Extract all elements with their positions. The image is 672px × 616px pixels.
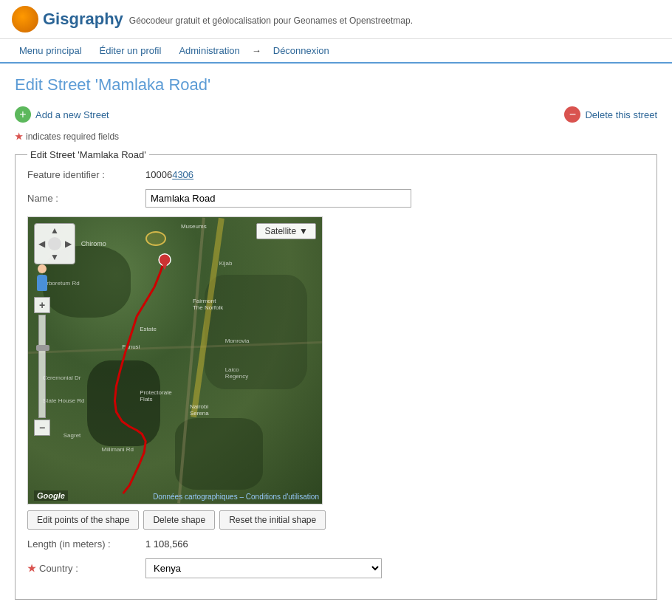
- map-type-selector[interactable]: Satellite ▼: [256, 223, 316, 239]
- map-conditions-link[interactable]: Conditions d'utilisation: [246, 493, 319, 501]
- map-label-estate: Estate: [140, 326, 157, 332]
- nav-menu-principal[interactable]: Menu principal: [12, 39, 89, 62]
- map-type-button[interactable]: Satellite ▼: [256, 223, 316, 239]
- add-icon: +: [15, 106, 31, 123]
- logo-text: Gisgraphy: [43, 10, 123, 28]
- page-title: Edit Street 'Mamlaka Road': [15, 75, 657, 95]
- map-label-monrovia: Monrovia: [225, 338, 250, 344]
- main-content: Edit Street 'Mamlaka Road' + Add a new S…: [0, 64, 672, 616]
- map-oval-highlight: [145, 231, 166, 246]
- pan-ne: [61, 224, 75, 237]
- google-logo: Google: [34, 490, 68, 501]
- country-required-star: ★: [27, 563, 36, 574]
- pegman-head: [38, 264, 47, 273]
- pegman-body: [37, 275, 47, 291]
- header: Gisgraphy Géocodeur gratuit et géolocali…: [0, 0, 672, 39]
- feature-identifier-value: 100064306: [145, 169, 193, 180]
- length-value: 1 108,566: [145, 538, 188, 550]
- edit-street-fieldset: Edit Street 'Mamlaka Road' Feature ident…: [15, 149, 657, 600]
- zoom-out-button[interactable]: −: [34, 420, 50, 436]
- delete-icon: −: [564, 106, 580, 123]
- length-row: Length (in meters) : 1 108,566: [27, 538, 645, 550]
- logo: Gisgraphy: [12, 6, 123, 32]
- country-label: ★ Country :: [27, 563, 145, 574]
- map-footer-links: Données cartographiques – Conditions d'u…: [153, 493, 319, 501]
- map-label-millimani: Millimani Rd: [102, 446, 134, 453]
- map-label-laico: LaicoRegency: [225, 366, 249, 380]
- map-label-museums: Museums: [181, 223, 207, 230]
- add-street-button[interactable]: + Add a new Street: [15, 106, 109, 123]
- delete-button-label: Delete this street: [585, 109, 657, 120]
- country-label-text: Country :: [39, 563, 78, 574]
- edit-points-button[interactable]: Edit points of the shape: [27, 510, 139, 530]
- pegman[interactable]: [34, 264, 50, 292]
- length-label: Length (in meters) :: [27, 538, 145, 550]
- name-row: Name :: [27, 189, 645, 208]
- pan-e[interactable]: ▶: [61, 237, 75, 250]
- nav-arrow: →: [250, 45, 263, 56]
- zoom-handle[interactable]: [36, 345, 49, 351]
- reset-shape-button[interactable]: Reset the initial shape: [219, 510, 326, 530]
- delete-shape-button[interactable]: Delete shape: [143, 510, 215, 530]
- map-label-kijab: Kijab: [219, 260, 233, 267]
- zoom-in-button[interactable]: +: [34, 297, 50, 313]
- feature-id-text: 10006: [145, 169, 172, 180]
- logo-icon: [12, 6, 38, 32]
- map-label-protectorate: ProtectorateFlats: [140, 389, 172, 403]
- shape-buttons-row: Edit points of the shape Delete shape Re…: [27, 510, 645, 530]
- pan-n[interactable]: ▲: [48, 224, 61, 237]
- pan-buttons: ▲ ◀ ▶ ▼: [34, 223, 75, 264]
- required-star: ★: [15, 131, 23, 142]
- map-label-sagret: Sagret: [64, 432, 81, 439]
- nav-editer-profil[interactable]: Éditer un profil: [92, 39, 169, 62]
- nav-deconnexion[interactable]: Déconnexion: [266, 39, 337, 62]
- map-type-arrow: ▼: [299, 226, 308, 236]
- zoom-controls: + −: [34, 297, 50, 436]
- pan-w[interactable]: ◀: [35, 237, 48, 250]
- required-note: ★ indicates required fields: [15, 131, 657, 142]
- map-label-nairobi-serena: NairobiSerena: [190, 403, 209, 417]
- zoom-slider: [38, 315, 46, 418]
- country-select[interactable]: Kenya Other: [145, 558, 382, 578]
- actions-row: + Add a new Street − Delete this street: [15, 106, 657, 123]
- name-input[interactable]: [145, 189, 411, 208]
- map-pan-control: ▲ ◀ ▶ ▼: [34, 223, 75, 264]
- map-container[interactable]: Chiromo Arboretum Rd Estate Fanusi Fairm…: [27, 216, 323, 504]
- fieldset-legend: Edit Street 'Mamlaka Road': [27, 149, 149, 160]
- feature-identifier-row: Feature identifier : 100064306: [27, 169, 645, 180]
- pan-center: [48, 237, 61, 250]
- name-label: Name :: [27, 193, 145, 204]
- map-type-label: Satellite: [264, 226, 296, 236]
- pan-s[interactable]: ▼: [48, 250, 61, 264]
- map-label-chiromo: Chiromo: [81, 240, 106, 247]
- map-label-fanusi: Fanusi: [122, 343, 140, 350]
- feature-identifier-label: Feature identifier :: [27, 169, 145, 180]
- feature-id-link[interactable]: 4306: [172, 169, 193, 180]
- tagline: Géocodeur gratuit et géolocalisation pou…: [129, 16, 413, 26]
- nav-administration[interactable]: Administration: [171, 39, 247, 62]
- pan-nw: [35, 224, 48, 237]
- map-data-link[interactable]: Données cartographiques: [153, 493, 238, 501]
- country-row: ★ Country : Kenya Other: [27, 558, 645, 578]
- delete-street-button[interactable]: − Delete this street: [564, 106, 657, 123]
- required-text: indicates required fields: [26, 131, 119, 142]
- main-nav: Menu principal Éditer un profil Administ…: [0, 39, 672, 64]
- add-button-label: Add a new Street: [35, 109, 109, 120]
- map-label-fairmont: FairmontThe Norfolk: [193, 298, 223, 311]
- map-footer-sep: –: [239, 493, 245, 501]
- pan-sw: [35, 250, 48, 264]
- pan-se: [61, 250, 75, 264]
